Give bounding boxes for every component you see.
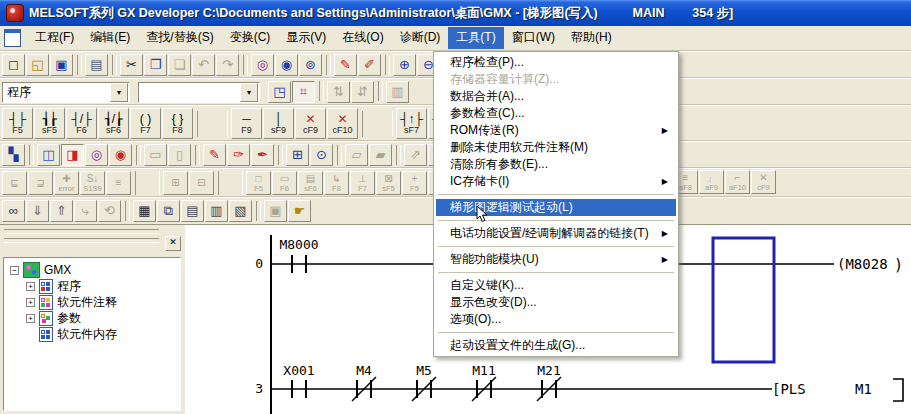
vertical-line-button[interactable]: │ sF9	[263, 108, 294, 139]
sfc-sort-button[interactable]: ≡	[106, 171, 131, 195]
project-verify-button[interactable]: ◳	[268, 81, 291, 103]
menu-item-create-startup-file[interactable]: 起动设置文件的生成(G)...	[436, 337, 676, 354]
replace-step-button[interactable]: ⇅	[327, 81, 350, 103]
cascade-windows-button[interactable]: ⧉	[157, 200, 180, 222]
menu-edit[interactable]: 编辑(E)	[82, 27, 138, 49]
menu-item-rom-transfer[interactable]: ROM传送(R) ▶	[436, 122, 676, 139]
menu-item-parameter-check[interactable]: 参数检查(C)...	[436, 105, 676, 122]
menu-item-ladder-logic-test[interactable]: 梯形图逻辑测试起动(L)	[436, 199, 676, 216]
sfc-error-button[interactable]: ✚ error	[54, 171, 79, 195]
coil-button[interactable]: ( ) F7	[130, 108, 161, 139]
device-batch-button[interactable]: ⊞	[286, 144, 309, 166]
remote-run-button[interactable]: ⇗	[404, 144, 427, 166]
expand-icon[interactable]: +	[26, 298, 35, 307]
insert-mode-quick-button[interactable]: ✐	[358, 54, 381, 76]
zoom-in-button[interactable]: ⊕	[393, 54, 416, 76]
program-combo[interactable]: 程序 ▼	[2, 82, 130, 103]
undo-button[interactable]: ↶	[192, 54, 215, 76]
monitor-stop-button[interactable]: ▯	[168, 144, 191, 166]
comment-edit-button[interactable]: ✎	[203, 144, 226, 166]
copy-button[interactable]: ❐	[144, 54, 167, 76]
menu-item-delete-unused-comments[interactable]: 删除未使用软元件注释(M)	[436, 139, 676, 156]
menu-view[interactable]: 显示(V)	[278, 27, 334, 49]
expand-icon[interactable]: +	[26, 314, 35, 323]
monitor-mode-button[interactable]: ◎	[85, 144, 108, 166]
child-window-icon[interactable]	[4, 29, 21, 47]
parallel-open-contact-button[interactable]: ┧┟ sF5	[34, 108, 65, 139]
write-mode-button[interactable]: ◨	[61, 144, 84, 166]
macro-button[interactable]: ▥	[386, 81, 409, 103]
jump-button[interactable]: ⤷	[74, 200, 97, 222]
find-button[interactable]: ◎	[251, 54, 274, 76]
edit-cursor-cell[interactable]	[713, 238, 774, 362]
sfc-selection-button[interactable]: ▤ sF6	[298, 171, 323, 195]
menu-diagnostics[interactable]: 诊断(D)	[392, 27, 449, 49]
sfc-vertical-button[interactable]: + F5	[402, 171, 427, 195]
menu-item-options[interactable]: 选项(O)...	[436, 311, 676, 328]
sfc-rule-af9-button[interactable]: 」 aF9	[699, 170, 724, 194]
expand-icon[interactable]: +	[26, 282, 35, 291]
sfc-block-display-button[interactable]: ⊞	[163, 171, 188, 195]
menu-help[interactable]: 帮助(H)	[563, 27, 620, 49]
sfc-dummy-step-button[interactable]: ⊠ sF5	[376, 171, 401, 195]
find-device-button[interactable]: ◉	[275, 54, 298, 76]
project-tree-toggle-button[interactable]: ⌗	[292, 81, 315, 103]
delete-vertical-line-button[interactable]: ✕ cF10	[327, 108, 358, 139]
menu-find-replace[interactable]: 查找/替换(S)	[138, 27, 221, 49]
project-data-list-button[interactable]: ▦	[133, 200, 156, 222]
tree-item-parameter[interactable]: + 参数	[4, 310, 180, 326]
monitor-start-button[interactable]: ▭	[144, 144, 167, 166]
parallel-closed-contact-button[interactable]: ┧/┟ sF6	[98, 108, 129, 139]
device-combo-arrow-icon[interactable]: ▼	[240, 83, 258, 102]
horizontal-line-button[interactable]: ─ F9	[231, 108, 262, 139]
find-dialog-button[interactable]: ∞	[2, 200, 25, 222]
menu-project[interactable]: 工程(F)	[27, 27, 82, 49]
find-next-button[interactable]: ⇓	[26, 200, 49, 222]
sfc-rule-delete-button[interactable]: ✕ cF9	[751, 170, 776, 194]
redo-button[interactable]: ↷	[216, 54, 239, 76]
tree-item-device-memory[interactable]: 软元件内存	[4, 326, 180, 342]
sfc-block-info-button[interactable]: ⊒	[28, 171, 53, 195]
statement-edit-button[interactable]: ✑	[227, 144, 250, 166]
monitor-write-mode-button[interactable]: ◉	[109, 144, 132, 166]
close-icon[interactable]: ✕	[165, 236, 181, 251]
sfc-transition-button[interactable]: ▭ F6	[272, 171, 297, 195]
menu-tools[interactable]: 工具(T)	[448, 27, 503, 49]
device-combo[interactable]: ▼	[138, 82, 260, 103]
trace-button[interactable]: ▱	[345, 144, 368, 166]
menu-item-change-display-color[interactable]: 显示色改变(D)...	[436, 294, 676, 311]
menu-item-intelligent-function-module[interactable]: 智能功能模块(U) ▶	[436, 251, 676, 268]
collapse-icon[interactable]: −	[10, 266, 19, 275]
menu-online[interactable]: 在线(O)	[334, 27, 391, 49]
menu-item-clear-all-parameters[interactable]: 清除所有参数(E)...	[436, 156, 676, 173]
menu-convert[interactable]: 变换(C)	[222, 27, 279, 49]
open-button[interactable]: ◱	[26, 54, 49, 76]
menu-item-merge-data[interactable]: 数据合并(A)...	[436, 88, 676, 105]
replace-module-button[interactable]: ⇵	[351, 81, 374, 103]
tree-item-project-root[interactable]: − GMX	[4, 262, 180, 278]
sfc-block-list-button[interactable]: ⊑	[2, 171, 27, 195]
write-mode-quick-button[interactable]: ✎	[334, 54, 357, 76]
device-test-button[interactable]: ⊙	[310, 144, 333, 166]
note-edit-button[interactable]: ✒	[251, 144, 274, 166]
menu-item-program-check[interactable]: 程序检查(P)...	[436, 54, 676, 71]
new-button[interactable]: ◻	[2, 54, 25, 76]
menu-item-ic-memory-card[interactable]: IC存储卡(I) ▶	[436, 173, 676, 190]
device-usage-list-button[interactable]: ▧	[229, 200, 252, 222]
statement-list-button[interactable]: ▤	[181, 200, 204, 222]
sfc-end-step-button[interactable]: ⊥ F7	[350, 171, 375, 195]
tree-item-device-comment[interactable]: + 软元件注释	[4, 294, 180, 310]
cut-button[interactable]: ✂	[120, 54, 143, 76]
trace-stop-button[interactable]: ▰	[369, 144, 392, 166]
menu-item-customize-keys[interactable]: 自定义键(K)...	[436, 277, 676, 294]
tree-item-program[interactable]: + 程序	[4, 278, 180, 294]
closed-contact-button[interactable]: ┤/├ F6	[66, 108, 97, 139]
save-display-button[interactable]: ▣	[264, 200, 287, 222]
contact-coil-usage-button[interactable]: ▥	[205, 200, 228, 222]
sfc-step-no-button[interactable]: S↓ S1S9	[80, 171, 105, 195]
sfc-rule-af10-button[interactable]: ⌐ aF10	[725, 170, 750, 194]
sfc-step-button[interactable]: □ F5	[246, 171, 271, 195]
read-mode-button[interactable]: ◫	[37, 144, 60, 166]
delete-horizontal-line-button[interactable]: ✕ cF9	[295, 108, 326, 139]
find-prev-button[interactable]: ⇑	[50, 200, 73, 222]
